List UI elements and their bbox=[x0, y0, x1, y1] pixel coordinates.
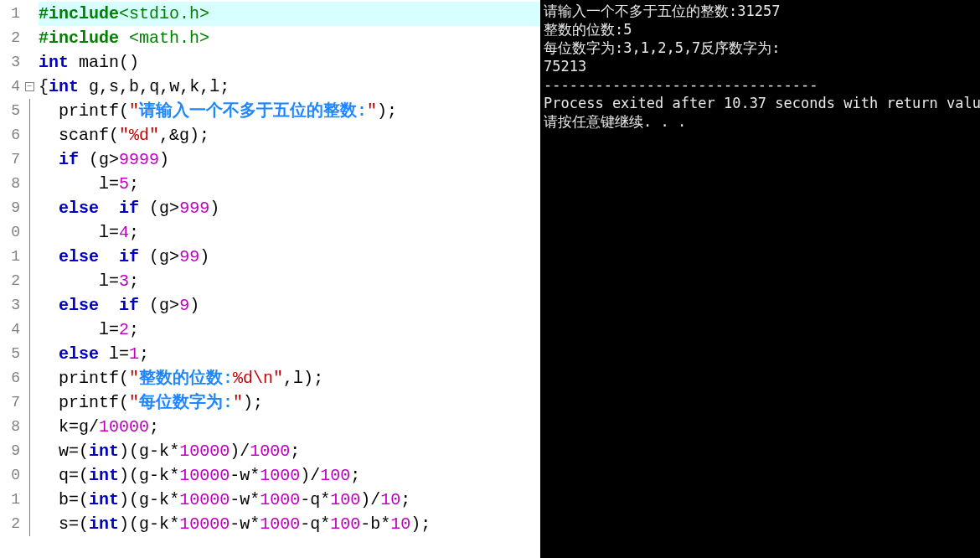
token bbox=[99, 296, 119, 315]
token: k bbox=[159, 514, 169, 534]
token: = bbox=[69, 417, 79, 437]
line-number: 0 bbox=[0, 463, 23, 488]
token: * bbox=[169, 490, 179, 509]
fold-cell bbox=[23, 390, 35, 415]
token: w bbox=[240, 514, 250, 534]
code-line[interactable]: else if (g>999) bbox=[39, 196, 540, 220]
console-line: 请输入一个不多于五位的整数:31257 bbox=[544, 2, 977, 20]
token: k bbox=[159, 490, 169, 509]
code-line[interactable]: {int g,s,b,q,w,k,l; bbox=[39, 75, 540, 99]
code-area[interactable]: #include<stdio.h>#include <math.h>int ma… bbox=[35, 0, 540, 558]
token: ( bbox=[79, 466, 89, 485]
token: ) bbox=[159, 150, 169, 169]
token bbox=[79, 150, 89, 169]
token: , bbox=[139, 77, 149, 96]
token: & bbox=[169, 126, 179, 145]
token: ) bbox=[199, 247, 209, 266]
code-line[interactable]: l=4; bbox=[39, 220, 540, 245]
token: ) bbox=[377, 101, 387, 121]
code-line[interactable]: #include<stdio.h> bbox=[39, 2, 540, 26]
token: ) bbox=[410, 514, 420, 534]
token: - bbox=[230, 514, 240, 534]
token: ) bbox=[303, 369, 313, 388]
code-editor[interactable]: 1234567890123456789012 − #include<stdio.… bbox=[0, 0, 540, 558]
token: " bbox=[367, 101, 377, 121]
fold-guide bbox=[29, 439, 30, 463]
token: , bbox=[179, 77, 189, 96]
code-line[interactable]: s=(int)(g-k*10000-w*1000-q*100-b*10); bbox=[39, 512, 540, 536]
token: " bbox=[129, 369, 139, 388]
line-number: 1 bbox=[0, 488, 23, 512]
token: ; bbox=[420, 514, 431, 534]
token: = bbox=[119, 344, 129, 364]
token: 10000 bbox=[99, 417, 149, 437]
code-line[interactable]: b=(int)(g-k*10000-w*1000-q*100)/10; bbox=[39, 488, 540, 512]
code-line[interactable]: l=3; bbox=[39, 269, 540, 293]
fold-cell bbox=[23, 318, 35, 342]
code-line[interactable]: int main() bbox=[39, 50, 540, 75]
token: q bbox=[39, 466, 69, 485]
token: - bbox=[230, 466, 240, 485]
token: * bbox=[320, 514, 330, 534]
code-line[interactable]: w=(int)(g-k*10000)/1000; bbox=[39, 439, 540, 463]
token: 100 bbox=[330, 514, 360, 534]
token: 10000 bbox=[179, 514, 230, 534]
code-line[interactable]: printf("请输入一个不多于五位的整数:"); bbox=[39, 99, 540, 123]
code-line[interactable]: else l=1; bbox=[39, 342, 540, 366]
token: )( bbox=[119, 514, 139, 534]
fold-cell bbox=[23, 293, 35, 318]
token: "%d" bbox=[119, 126, 159, 145]
token: s bbox=[109, 77, 119, 96]
token: 1000 bbox=[260, 490, 300, 509]
code-line[interactable]: scanf("%d",&g); bbox=[39, 123, 540, 147]
token: - bbox=[149, 466, 159, 485]
token: 10000 bbox=[179, 466, 230, 485]
code-line[interactable]: q=(int)(g-k*10000-w*1000)/100; bbox=[39, 463, 540, 488]
token: - bbox=[360, 514, 370, 534]
token: , bbox=[159, 126, 169, 145]
code-line[interactable]: printf("整数的位数:%d\n",l); bbox=[39, 366, 540, 390]
token: * bbox=[169, 514, 179, 534]
token bbox=[39, 150, 59, 169]
token: ) bbox=[300, 466, 310, 485]
token: ) bbox=[189, 126, 199, 145]
token: l bbox=[39, 223, 109, 242]
fold-cell bbox=[23, 50, 35, 75]
line-number: 5 bbox=[0, 342, 23, 366]
code-line[interactable]: #include <math.h> bbox=[39, 26, 540, 50]
token: 10 bbox=[380, 490, 400, 509]
token: ) bbox=[189, 296, 199, 315]
fold-guide bbox=[29, 220, 30, 245]
line-number: 4 bbox=[0, 318, 23, 342]
code-line[interactable]: k=g/10000; bbox=[39, 415, 540, 439]
fold-cell bbox=[23, 26, 35, 50]
fold-column: − bbox=[23, 0, 35, 558]
token: * bbox=[320, 490, 330, 509]
token: , bbox=[199, 77, 209, 96]
code-line[interactable]: else if (g>99) bbox=[39, 245, 540, 269]
token: 5 bbox=[119, 174, 129, 194]
token: 4 bbox=[119, 223, 129, 242]
token: 100 bbox=[320, 466, 350, 485]
token: k bbox=[159, 466, 169, 485]
code-line[interactable]: l=5; bbox=[39, 172, 540, 196]
token: - bbox=[300, 490, 310, 509]
code-line[interactable]: if (g>9999) bbox=[39, 147, 540, 172]
fold-guide bbox=[29, 172, 30, 196]
token: = bbox=[69, 442, 79, 461]
fold-minus-icon[interactable]: − bbox=[25, 82, 34, 91]
token: / bbox=[89, 417, 99, 437]
code-line[interactable]: else if (g>9) bbox=[39, 293, 540, 318]
line-number: 3 bbox=[0, 293, 23, 318]
token: ( bbox=[79, 442, 89, 461]
token: )( bbox=[119, 442, 139, 461]
token: 10 bbox=[390, 514, 410, 534]
code-line[interactable]: printf("每位数字为:"); bbox=[39, 390, 540, 415]
console-line: 每位数字为:3,1,2,5,7反序数字为: bbox=[544, 39, 977, 57]
fold-guide bbox=[29, 390, 30, 415]
console-output[interactable]: 请输入一个不多于五位的整数:31257整数的位数:5每位数字为:3,1,2,5,… bbox=[540, 0, 980, 558]
token bbox=[39, 344, 59, 364]
code-line[interactable]: l=2; bbox=[39, 318, 540, 342]
fold-guide bbox=[29, 99, 30, 123]
fold-guide bbox=[29, 366, 30, 390]
